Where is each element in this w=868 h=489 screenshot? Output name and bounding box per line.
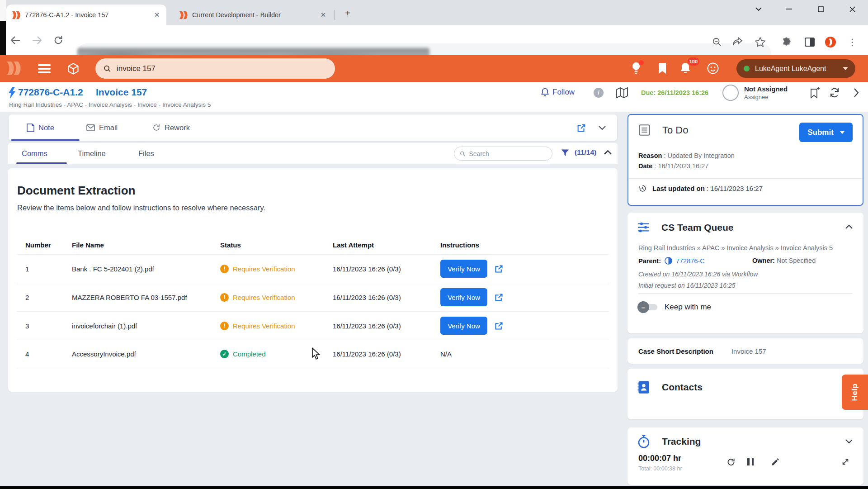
contacts-book-icon bbox=[637, 380, 650, 394]
extensions-puzzle-icon[interactable] bbox=[781, 36, 793, 48]
table-header-row: Number File Name Status Last Attempt Ins… bbox=[17, 235, 609, 254]
tab-close-icon[interactable]: ✕ bbox=[319, 11, 327, 19]
app-logo-icon[interactable] bbox=[5, 62, 22, 75]
verify-now-button[interactable]: Verify Now bbox=[440, 260, 487, 278]
map-icon[interactable] bbox=[616, 86, 628, 99]
reload-button[interactable] bbox=[53, 35, 64, 46]
tab-timeline[interactable]: Timeline bbox=[78, 143, 106, 164]
submit-label: Submit bbox=[807, 128, 834, 137]
comms-search[interactable] bbox=[454, 147, 552, 161]
window-minimize-button[interactable] bbox=[778, 0, 799, 18]
row-number: 3 bbox=[17, 322, 63, 330]
todo-date: Date : 16/11/2023 16:27 bbox=[638, 162, 708, 170]
back-button[interactable] bbox=[10, 35, 21, 46]
tab-close-icon[interactable]: ✕ bbox=[153, 11, 161, 19]
note-icon bbox=[27, 123, 34, 132]
keep-with-me-row: – Keep with me bbox=[637, 301, 711, 313]
zoom-out-icon[interactable] bbox=[711, 36, 723, 48]
filter-funnel-icon[interactable] bbox=[561, 148, 570, 159]
tracking-restart-icon[interactable] bbox=[725, 456, 737, 468]
keep-with-me-toggle[interactable]: – bbox=[637, 301, 658, 313]
assignee-status: Not Assigned bbox=[744, 85, 788, 93]
browser-menu-icon[interactable]: ⋮ bbox=[846, 36, 858, 48]
packages-cube-icon[interactable] bbox=[67, 62, 80, 75]
tracking-edit-icon[interactable] bbox=[769, 456, 782, 468]
browser-tab-strip: 772876-C-A1.2 - Invoice 157 ✕ Current De… bbox=[0, 0, 868, 25]
mouse-cursor bbox=[311, 347, 322, 362]
enate-extension-icon[interactable] bbox=[825, 36, 836, 48]
collapse-down-icon[interactable] bbox=[845, 437, 853, 446]
external-link-icon[interactable] bbox=[494, 321, 504, 331]
follow-button[interactable]: Follow bbox=[541, 88, 575, 97]
chevron-right-icon[interactable] bbox=[850, 86, 863, 99]
browser-tab-inactive[interactable]: Current Development - Builder ✕ bbox=[174, 5, 333, 25]
follow-label: Follow bbox=[552, 88, 575, 97]
enate-favicon-icon bbox=[179, 11, 188, 19]
reason-value: : Updated By Integration bbox=[664, 152, 734, 159]
tab-comms[interactable]: Comms bbox=[22, 143, 47, 164]
queue-created: Created on 16/11/2023 16:26 via Workflow bbox=[638, 271, 758, 278]
collapse-up-icon[interactable] bbox=[604, 148, 612, 157]
comms-search-input[interactable] bbox=[469, 150, 547, 157]
table-row: 1 Bank . FC 5-202401 (2).pdf !Requires V… bbox=[17, 254, 609, 283]
sync-icon[interactable] bbox=[828, 86, 841, 99]
contacts-panel[interactable]: Contacts bbox=[627, 369, 863, 419]
active-view-tab-underline bbox=[16, 162, 67, 164]
verify-now-button[interactable]: Verify Now bbox=[440, 288, 487, 306]
collapse-chevron-icon[interactable] bbox=[596, 122, 608, 134]
col-status: Status bbox=[212, 241, 324, 249]
external-link-icon[interactable] bbox=[494, 293, 504, 302]
case-reference[interactable]: 772876-C-A1.2 bbox=[18, 87, 83, 98]
parent-case-link[interactable]: 772876-C bbox=[676, 257, 705, 265]
window-maximize-button[interactable] bbox=[810, 0, 831, 18]
assignee-avatar[interactable] bbox=[722, 85, 739, 101]
queue-path: Ring Rail Industries » APAC » Invoice An… bbox=[638, 244, 851, 252]
tab-email[interactable]: Email bbox=[86, 114, 118, 141]
global-search-input[interactable] bbox=[117, 64, 327, 73]
help-tab[interactable]: Help bbox=[842, 375, 868, 410]
user-menu-caret-icon bbox=[843, 67, 848, 70]
open-in-new-icon[interactable] bbox=[576, 122, 587, 134]
side-panel-icon[interactable] bbox=[804, 36, 816, 48]
tab-files[interactable]: Files bbox=[138, 143, 154, 164]
user-menu[interactable]: LukeAgent LukeAgent bbox=[736, 59, 855, 78]
menu-hamburger-icon[interactable] bbox=[38, 64, 51, 75]
owner-value: Not Specified bbox=[777, 257, 816, 264]
bookmark-star-icon[interactable] bbox=[754, 36, 766, 48]
row-instructions-na: N/A bbox=[440, 350, 452, 358]
active-tab-underline bbox=[11, 139, 80, 141]
info-icon[interactable]: i bbox=[594, 88, 604, 98]
browser-tab-active[interactable]: 772876-C-A1.2 - Invoice 157 ✕ bbox=[6, 5, 166, 25]
filter-count[interactable]: (11/14) bbox=[575, 148, 596, 157]
check-icon: ✓ bbox=[220, 350, 229, 358]
reason-label: Reason bbox=[638, 152, 662, 159]
col-number: Number bbox=[17, 241, 63, 249]
external-link-icon[interactable] bbox=[494, 264, 504, 274]
tab-note[interactable]: Note bbox=[27, 114, 54, 141]
forward-button[interactable] bbox=[32, 35, 42, 46]
bookmarks-icon[interactable] bbox=[656, 62, 669, 75]
table-row: 3 invoiceforchair (1).pdf !Requires Veri… bbox=[17, 311, 609, 340]
tab-rework[interactable]: Rework bbox=[152, 114, 190, 141]
verify-now-button[interactable]: Verify Now bbox=[440, 317, 487, 335]
collapse-up-icon[interactable] bbox=[845, 223, 853, 231]
row-file-name: MAZZERA ROBERTO FA 03-1557.pdf bbox=[63, 294, 212, 301]
screen: 772876-C-A1.2 - Invoice 157 ✕ Current De… bbox=[0, 0, 868, 489]
tracking-expand-icon[interactable] bbox=[839, 456, 852, 468]
feedback-smiley-icon[interactable] bbox=[706, 62, 720, 75]
share-icon[interactable] bbox=[732, 36, 744, 48]
submit-caret-icon[interactable] bbox=[840, 131, 844, 134]
bookmark-add-icon[interactable] bbox=[808, 86, 821, 99]
keep-with-me-label: Keep with me bbox=[665, 303, 711, 312]
notifications-bell-icon[interactable]: 100 bbox=[679, 62, 692, 75]
lightbulb-icon[interactable] bbox=[629, 62, 643, 75]
submit-button[interactable]: Submit bbox=[799, 123, 853, 142]
case-description-panel: Case Short Description Invoice 157 bbox=[627, 338, 863, 364]
last-updated-row: Last updated on : 16/11/2023 16:27 bbox=[638, 184, 763, 193]
new-tab-button[interactable]: + bbox=[342, 7, 354, 19]
row-last-attempt: 16/11/2023 16:26 (0/3) bbox=[324, 294, 432, 301]
window-close-button[interactable] bbox=[842, 0, 863, 18]
tracking-pause-icon[interactable] bbox=[744, 456, 757, 468]
global-search[interactable] bbox=[95, 58, 335, 79]
tab-search-chevron-icon[interactable] bbox=[748, 0, 769, 18]
